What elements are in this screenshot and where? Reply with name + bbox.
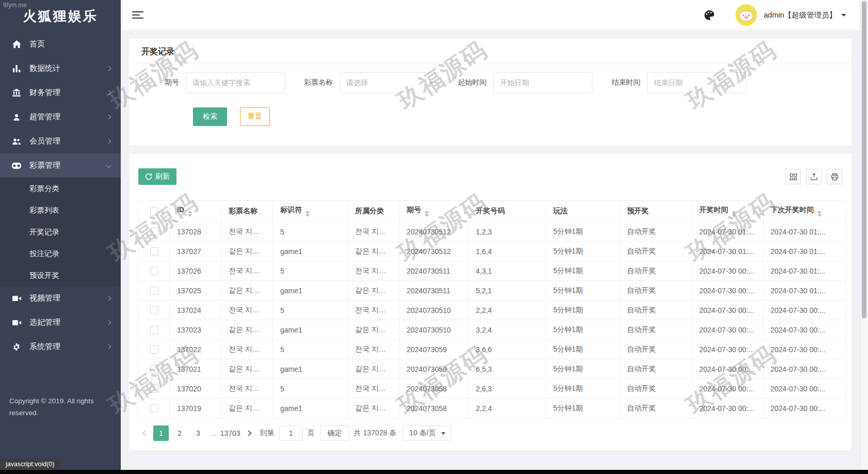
sidebar-item-members[interactable]: 会员管理	[0, 129, 121, 153]
cell-checkbox	[139, 399, 170, 418]
sidebar-item-preset-draw[interactable]: 预设开奖	[0, 264, 121, 286]
members-icon	[11, 138, 22, 145]
cell-draw-time: 2024-07-30 00:...	[692, 301, 763, 320]
sidebar-item-home[interactable]: 首页	[0, 32, 121, 56]
status-bar: javascript:void(0)	[0, 459, 60, 470]
search-button[interactable]: 检索	[193, 107, 227, 126]
scrollbar-thumb[interactable]	[862, 1, 866, 319]
cell-id: 137020	[170, 379, 221, 399]
row-checkbox[interactable]	[150, 345, 158, 354]
cell-lottery-name: 전국 지역...	[221, 261, 273, 281]
sidebar-item-bet-records[interactable]: 投注记录	[0, 243, 121, 264]
user-menu[interactable]: admin【超级管理员】	[764, 10, 846, 20]
filter-columns-button[interactable]	[785, 169, 801, 184]
cell-draw-time: 2024-07-30 00:...	[692, 340, 763, 359]
print-button[interactable]	[827, 169, 842, 184]
row-checkbox[interactable]	[150, 228, 158, 236]
cell-checkbox	[139, 359, 170, 379]
page-size-select[interactable]: 10 条/页	[403, 425, 452, 441]
row-checkbox[interactable]	[150, 306, 158, 314]
sort-icon[interactable]	[188, 211, 192, 217]
cell-identifier: game1	[273, 359, 348, 379]
row-checkbox[interactable]	[150, 267, 158, 275]
cell-id: 137027	[170, 242, 221, 261]
scrollbar-track[interactable]	[860, 0, 868, 470]
sidebar-item-label: 超管管理	[29, 112, 60, 122]
cell-pre-draw: 自动开奖	[620, 281, 692, 301]
sidebar-item-draw-records[interactable]: 开奖记录	[0, 221, 121, 243]
sidebar-item-concubine[interactable]: 选妃管理	[0, 310, 121, 335]
start-date-input[interactable]	[493, 72, 592, 93]
sort-icon[interactable]	[425, 211, 429, 217]
sidebar-item-lottery[interactable]: 彩票管理	[0, 153, 121, 178]
row-checkbox[interactable]	[150, 326, 158, 334]
cell-category: 전국 지역...	[348, 261, 399, 281]
sidebar-item-lottery-category[interactable]: 彩票分类	[0, 178, 121, 199]
reset-button[interactable]: 重置	[240, 107, 270, 126]
sidebar-item-label: 首页	[29, 39, 45, 49]
lottery-name-select[interactable]	[340, 72, 439, 93]
sidebar-item-label: 视频管理	[29, 293, 60, 303]
table-toolbar: 刷新	[138, 154, 842, 185]
avatar[interactable]	[735, 4, 757, 26]
period-search-input[interactable]	[186, 72, 285, 93]
lottery-submenu: 彩票分类 彩票列表 开奖记录 投注记录 预设开奖	[0, 178, 121, 286]
sidebar-item-label: 财务管理	[29, 88, 60, 98]
next-page-button[interactable]	[242, 425, 255, 441]
row-checkbox[interactable]	[150, 404, 158, 413]
header-cell-identifier[interactable]: 标识符	[273, 201, 348, 222]
header-cell-next-draw-time[interactable]: 下次开奖时间	[763, 201, 846, 222]
sort-icon[interactable]	[306, 211, 310, 217]
cell-checkbox	[139, 379, 170, 399]
cell-id: 137025	[170, 281, 221, 301]
search-form: 期号 彩票名称 起始时间 结束时	[129, 64, 851, 93]
cell-draw-time: 2024-07-30 01:...	[692, 222, 763, 242]
cell-draw-time: 2024-07-30 00:...	[692, 359, 763, 379]
sidebar-item-lottery-list[interactable]: 彩票列表	[0, 199, 121, 221]
page-button-1[interactable]: 1	[153, 425, 169, 441]
page-button-last[interactable]: 13703	[220, 425, 240, 441]
sidebar-item-video[interactable]: 视频管理	[0, 286, 121, 310]
cell-pre-draw: 自动开奖	[620, 340, 692, 359]
sidebar-item-statistics[interactable]: 数据统计	[0, 56, 121, 81]
video-camera-icon	[11, 295, 22, 302]
goto-suffix-label: 页	[308, 429, 315, 438]
sort-icon[interactable]	[732, 211, 736, 217]
table-panel: 刷新	[129, 154, 851, 450]
export-button[interactable]	[806, 169, 822, 184]
cell-category: 같은 지역...	[348, 320, 399, 340]
prev-page-button[interactable]	[138, 425, 152, 441]
cell-identifier: game1	[273, 281, 348, 301]
header-cell-pre-draw: 预开奖	[620, 201, 692, 222]
sidebar-item-superadmin[interactable]: 超管管理	[0, 105, 121, 129]
refresh-button[interactable]: 刷新	[138, 168, 176, 185]
sidebar-item-finance[interactable]: 财务管理	[0, 81, 121, 105]
row-checkbox[interactable]	[150, 365, 158, 373]
search-panel: 开奖记录 期号 彩票名称 起始时间	[129, 39, 851, 146]
row-checkbox[interactable]	[150, 247, 158, 256]
field-label: 期号	[165, 78, 179, 87]
cell-category: 같은 지역...	[348, 399, 399, 418]
goto-page-input[interactable]	[279, 425, 303, 441]
cell-period: 20240730510	[399, 320, 469, 340]
sort-icon[interactable]	[817, 211, 822, 217]
goto-confirm-button[interactable]: 确定	[320, 425, 349, 441]
row-checkbox[interactable]	[150, 385, 158, 393]
end-date-input[interactable]	[647, 72, 746, 93]
cell-identifier: 5	[273, 222, 348, 242]
cell-pre-draw: 自动开奖	[620, 320, 692, 340]
page-button-3[interactable]: 3	[190, 425, 206, 441]
cell-period: 20240730511	[399, 261, 469, 281]
cell-next-draw-time: 2024-07-30 01:...	[763, 242, 846, 261]
header-cell-draw-time[interactable]: 开奖时间	[692, 201, 763, 222]
cell-lottery-name: 같은 지역...	[221, 242, 273, 261]
header-cell-id[interactable]: ID	[170, 201, 221, 222]
sidebar-item-system[interactable]: 系统管理	[0, 335, 121, 359]
menu-toggle-icon[interactable]	[132, 9, 143, 21]
row-checkbox[interactable]	[150, 287, 158, 295]
page-button-2[interactable]: 2	[172, 425, 187, 441]
theme-palette-icon[interactable]	[704, 10, 715, 21]
table-row: 137026 전국 지역... 5 전국 지역... 20240730511 4…	[139, 261, 846, 281]
header-cell-period[interactable]: 期号	[399, 201, 469, 222]
select-all-checkbox[interactable]	[150, 208, 158, 216]
